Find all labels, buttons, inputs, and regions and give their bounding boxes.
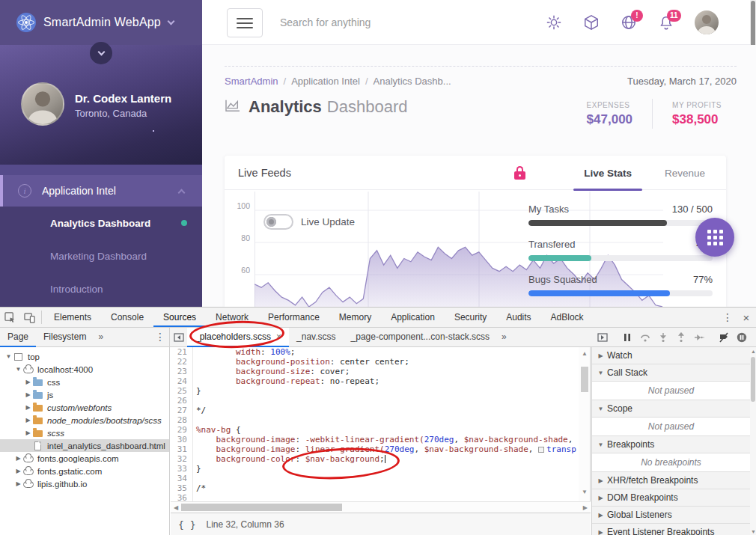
- sidebar-collapse-button[interactable]: [90, 42, 112, 64]
- code-line-32[interactable]: 32 background-color: $nav-background;: [171, 454, 579, 464]
- sidebar-section-dom-breakpoints[interactable]: ▶DOM Breakpoints: [592, 489, 750, 507]
- pretty-print-icon[interactable]: { }: [178, 519, 195, 531]
- profile-avatar[interactable]: [21, 82, 64, 126]
- tree-item-fonts-gstatic-com[interactable]: ▶fonts.gstatic.com: [0, 465, 169, 477]
- editor-vertical-scrollbar[interactable]: ▲▼: [579, 347, 591, 501]
- editor-horizontal-scrollbar[interactable]: ◀▶: [171, 501, 591, 513]
- tree-item-lipis-github-io[interactable]: ▶lipis.github.io: [0, 477, 169, 490]
- live-update-toggle[interactable]: [263, 214, 293, 230]
- tree-collapse-arrow[interactable]: ▶: [24, 391, 32, 398]
- tree-item-node-modules-bootstrap-scss[interactable]: ▶node_modules/bootstrap/scss: [0, 414, 169, 427]
- code-editor[interactable]: 21 width: 100%;22 background-position: c…: [171, 347, 579, 501]
- sidebar-section-event-listener-breakpoints[interactable]: ▶Event Listener Breakpoints: [592, 524, 750, 535]
- tree-expand-arrow[interactable]: ▼: [4, 353, 13, 360]
- editor-tab-page-component-con-stack-scss[interactable]: _page-component...con-stack.scss: [344, 328, 497, 347]
- code-line-21[interactable]: 21 width: 100%;: [171, 347, 579, 357]
- step-over-icon[interactable]: [637, 329, 653, 346]
- code-line-36[interactable]: 36: [171, 493, 579, 501]
- sidebar-item-analytics-dashboard[interactable]: Analytics Dashboard: [0, 207, 202, 239]
- code-line-35[interactable]: 35/*: [171, 483, 579, 493]
- tree-collapse-arrow[interactable]: ▶: [14, 480, 22, 487]
- sidebar-section-breakpoints[interactable]: ▼Breakpoints: [592, 436, 750, 453]
- step-out-icon[interactable]: [673, 329, 689, 346]
- close-tab-icon[interactable]: ×: [276, 331, 281, 342]
- more-editor-tabs-icon[interactable]: »: [497, 328, 511, 347]
- devtools-tab-elements[interactable]: Elements: [44, 308, 101, 327]
- breadcrumb-item-smartadmin[interactable]: SmartAdmin: [225, 76, 278, 87]
- code-line-24[interactable]: 24 background-repeat: no-repeat;: [171, 376, 579, 386]
- more-tabs-icon[interactable]: »: [94, 328, 108, 347]
- pause-script-icon[interactable]: [619, 329, 635, 346]
- code-line-27[interactable]: 27*/: [171, 406, 579, 415]
- editor-tab-nav-scss[interactable]: _nav.scss: [289, 328, 343, 347]
- brand[interactable]: SmartAdmin WebApp: [0, 0, 202, 45]
- tree-item-top[interactable]: ▼top: [0, 350, 169, 363]
- user-avatar[interactable]: [695, 10, 719, 34]
- menu-toggle-button[interactable]: [227, 8, 263, 37]
- tab-revenue[interactable]: Revenue: [665, 168, 705, 179]
- devtools-tab-console[interactable]: Console: [101, 308, 153, 327]
- sidebar-section-call-stack[interactable]: ▼Call Stack: [592, 364, 750, 382]
- devtools-tab-sources[interactable]: Sources: [153, 308, 206, 327]
- devtools-tab-audits[interactable]: Audits: [496, 308, 540, 327]
- search-input[interactable]: [280, 12, 504, 33]
- devtools-menu-icon[interactable]: ⋮: [719, 311, 737, 323]
- show-debugger-panel-icon[interactable]: [594, 329, 611, 346]
- code-line-22[interactable]: 22 background-position: center center;: [171, 357, 579, 367]
- tree-item-js[interactable]: ▶js: [0, 388, 169, 401]
- code-line-30[interactable]: 30 background-image: -webkit-linear-grad…: [171, 435, 579, 444]
- navigator-tab-page[interactable]: Page: [0, 328, 36, 347]
- tree-item-fonts-googleapis-com[interactable]: ▶fonts.googleapis.com: [0, 452, 169, 465]
- inspect-element-icon[interactable]: [0, 308, 19, 327]
- sidebar-item-application-intel[interactable]: i Application Intel: [0, 175, 202, 207]
- device-toolbar-icon[interactable]: [19, 308, 39, 327]
- tree-item-scss[interactable]: ▶scss: [0, 427, 169, 439]
- tree-item-custom-webfonts[interactable]: ▶custom/webfonts: [0, 401, 169, 414]
- step-into-icon[interactable]: [655, 329, 671, 346]
- code-line-29[interactable]: 29%nav-bg {: [171, 425, 579, 435]
- breadcrumb-item-application-intel[interactable]: Application Intel: [291, 76, 360, 87]
- editor-tab-placeholders-scss[interactable]: _placeholders.scss×: [187, 328, 289, 347]
- devtools-tab-network[interactable]: Network: [206, 308, 258, 327]
- code-line-34[interactable]: 34: [171, 474, 579, 483]
- tree-collapse-arrow[interactable]: ▶: [24, 429, 32, 436]
- tree-expand-arrow[interactable]: ▼: [14, 366, 22, 373]
- devtools-tab-performance[interactable]: Performance: [258, 308, 329, 327]
- tree-collapse-arrow[interactable]: ▶: [24, 417, 32, 424]
- code-line-31[interactable]: 31 background-image: linear-gradient(270…: [171, 444, 579, 454]
- sidebar-item-introduction[interactable]: Introduction: [0, 272, 202, 305]
- devtools-tab-adblock[interactable]: AdBlock: [541, 308, 594, 327]
- quick-menu-fab-button[interactable]: [695, 218, 734, 257]
- tree-collapse-arrow[interactable]: ▶: [24, 404, 32, 411]
- devtools-tab-security[interactable]: Security: [445, 308, 496, 327]
- step-icon[interactable]: [691, 329, 707, 346]
- debugger-sidebar-scrollbar[interactable]: ▲▼: [750, 347, 756, 535]
- sidebar-section-xhr-fetch-breakpoints[interactable]: ▶XHR/fetch Breakpoints: [592, 472, 750, 489]
- tree-collapse-arrow[interactable]: ▶: [14, 468, 22, 474]
- code-line-26[interactable]: 26: [171, 396, 579, 406]
- devtools-close-icon[interactable]: ×: [737, 311, 756, 324]
- sidebar-section-watch[interactable]: ▶Watch: [592, 347, 750, 364]
- tree-collapse-arrow[interactable]: ▶: [24, 379, 32, 385]
- devtools-tab-application[interactable]: Application: [381, 308, 445, 327]
- tree-item-css[interactable]: ▶css: [0, 376, 169, 388]
- tree-collapse-arrow[interactable]: ▶: [14, 455, 22, 462]
- navigator-tab-filesystem[interactable]: Filesystem: [36, 328, 94, 347]
- code-line-28[interactable]: 28: [171, 415, 579, 425]
- devtools-tab-memory[interactable]: Memory: [329, 308, 381, 327]
- tree-item-localhost-4000[interactable]: ▼localhost:4000: [0, 363, 169, 376]
- lock-icon[interactable]: [514, 166, 525, 180]
- code-line-23[interactable]: 23 background-size: cover;: [171, 367, 579, 376]
- pause-on-exceptions-icon[interactable]: [734, 329, 750, 346]
- tab-live-stats[interactable]: Live Stats: [584, 168, 632, 179]
- code-line-33[interactable]: 33}: [171, 464, 579, 474]
- navigator-menu-icon[interactable]: ⋮: [151, 328, 169, 347]
- tree-item-intel-analytics-dashboard-html[interactable]: intel_analytics_dashboard.html: [0, 439, 169, 452]
- previous-tabs-icon[interactable]: [171, 328, 187, 347]
- deactivate-breakpoints-icon[interactable]: [716, 329, 732, 346]
- sidebar-item-marketing-dashboard[interactable]: Marketing Dashboard: [0, 239, 202, 272]
- sidebar-section-scope[interactable]: ▼Scope: [592, 400, 750, 418]
- code-line-25[interactable]: 25}: [171, 386, 579, 396]
- settings-gear-icon[interactable]: [546, 14, 562, 31]
- apps-cube-icon[interactable]: [583, 14, 600, 31]
